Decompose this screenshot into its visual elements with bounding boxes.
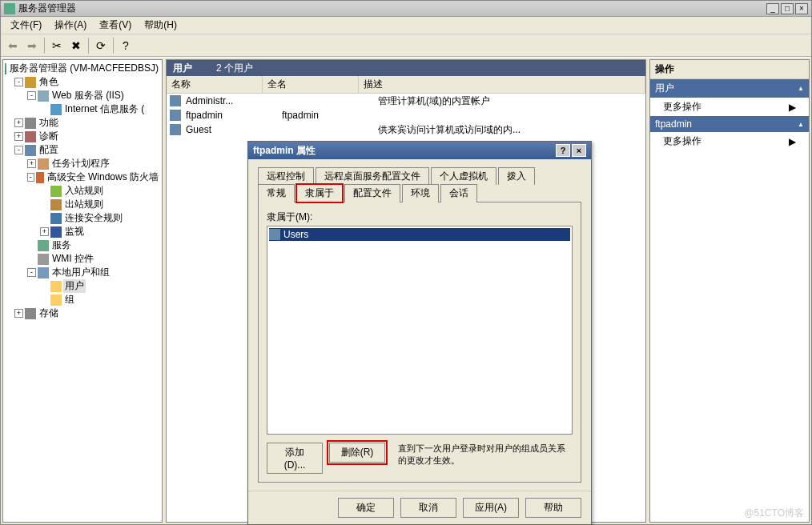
expand-icon[interactable]: + — [14, 309, 23, 318]
menu-view[interactable]: 查看(V) — [93, 17, 138, 34]
app-icon — [4, 3, 15, 14]
add-button[interactable]: 添加(D)... — [267, 443, 323, 474]
tree-storage[interactable]: +存储 — [5, 307, 160, 320]
dialog-title: ftpadmin 属性 — [253, 144, 316, 158]
dialog-titlebar: ftpadmin 属性 ? × — [248, 142, 591, 159]
tree-localug[interactable]: -本地用户和组 — [5, 266, 160, 279]
collapse-arrow-icon: ▲ — [798, 85, 804, 92]
delete-icon[interactable]: ✖ — [67, 37, 85, 54]
maximize-button[interactable]: □ — [781, 3, 794, 14]
tree-web[interactable]: -Web 服务器 (IIS) — [5, 89, 160, 102]
tab-profile[interactable]: 配置文件 — [344, 184, 400, 202]
tree-features[interactable]: +功能 — [5, 116, 160, 130]
tree-root[interactable]: 服务器管理器 (VM-MACFEEDBSJ) — [5, 62, 160, 75]
cancel-button[interactable]: 取消 — [400, 498, 456, 518]
tab-row-1: 远程控制 远程桌面服务配置文件 个人虚拟机 拨入 — [258, 167, 581, 184]
help-button[interactable]: 帮助 — [525, 498, 581, 518]
dialog-close-button[interactable]: × — [572, 144, 586, 157]
connsec-icon — [50, 213, 62, 224]
col-description[interactable]: 描述 — [359, 76, 645, 93]
dialog-help-button[interactable]: ? — [556, 144, 570, 157]
folder-icon — [50, 281, 62, 292]
tree-inbound[interactable]: 入站规则 — [5, 184, 160, 198]
tree-config[interactable]: -配置 — [5, 143, 160, 157]
apply-button[interactable]: 应用(A) — [463, 498, 519, 518]
titlebar: 服务器管理器 _ □ × — [1, 1, 811, 17]
window-title: 服务器管理器 — [18, 2, 765, 15]
ok-button[interactable]: 确定 — [338, 498, 394, 518]
group-icon — [269, 229, 280, 240]
watermark: @51CTO博客 — [744, 507, 804, 520]
chevron-right-icon: ▶ — [789, 102, 796, 113]
task-icon — [38, 158, 49, 170]
actions-ftpadmin-header[interactable]: ftpadmin▲ — [650, 116, 809, 132]
remove-button[interactable]: 删除(R) — [329, 443, 385, 463]
listbox-item-users[interactable]: Users — [269, 228, 570, 241]
menubar: 文件(F) 操作(A) 查看(V) 帮助(H) — [1, 17, 811, 34]
mid-count: 2 个用户 — [216, 62, 253, 75]
tab-personal-vm[interactable]: 个人虚拟机 — [431, 167, 496, 185]
tab-remote-control[interactable]: 远程控制 — [258, 167, 314, 185]
tree-connsec[interactable]: 连接安全规则 — [5, 211, 160, 225]
dialog-footer: 确定 取消 应用(A) 帮助 — [248, 491, 591, 524]
features-icon — [25, 118, 36, 129]
collapse-arrow-icon: ▲ — [798, 121, 804, 128]
tree-iis[interactable]: Internet 信息服务 ( — [5, 102, 160, 116]
collapse-icon[interactable]: - — [27, 268, 36, 277]
col-name[interactable]: 名称 — [167, 76, 263, 93]
forward-button: ➡ — [23, 37, 41, 54]
tree-task[interactable]: +任务计划程序 — [5, 157, 160, 170]
expand-icon[interactable]: + — [27, 159, 36, 168]
tab-rds-profile[interactable]: 远程桌面服务配置文件 — [316, 167, 429, 185]
menu-help[interactable]: 帮助(H) — [138, 17, 183, 34]
back-button: ⬅ — [4, 37, 22, 54]
tree-users[interactable]: 用户 — [5, 279, 160, 293]
minimize-button[interactable]: _ — [766, 3, 779, 14]
collapse-icon[interactable]: - — [27, 91, 36, 100]
tree-monitor[interactable]: +监视 — [5, 225, 160, 238]
menu-action[interactable]: 操作(A) — [48, 17, 93, 34]
services-icon — [38, 240, 49, 251]
tree-groups[interactable]: 组 — [5, 293, 160, 307]
actions-more-2[interactable]: 更多操作▶ — [650, 132, 809, 150]
user-icon — [170, 124, 181, 135]
tree-roles[interactable]: -角色 — [5, 75, 160, 89]
tree-firewall[interactable]: -高级安全 Windows 防火墙 — [5, 170, 160, 184]
refresh-icon[interactable]: ⟳ — [92, 37, 110, 54]
collapse-icon[interactable]: - — [14, 146, 23, 154]
tab-dialin[interactable]: 拨入 — [498, 167, 535, 185]
expand-icon[interactable]: + — [40, 227, 49, 236]
menu-file[interactable]: 文件(F) — [4, 17, 48, 34]
list-header: 名称 全名 描述 — [167, 76, 645, 94]
list-row[interactable]: ftpadminftpadmin — [167, 108, 645, 122]
tab-member-of[interactable]: 隶属于 — [296, 184, 343, 202]
tree-services[interactable]: 服务 — [5, 238, 160, 252]
tree-pane[interactable]: 服务器管理器 (VM-MACFEEDBSJ) -角色 -Web 服务器 (IIS… — [2, 59, 163, 523]
list-row[interactable]: Administr...管理计算机(域)的内置帐户 — [167, 94, 645, 108]
wmi-icon — [38, 254, 49, 265]
inbound-icon — [50, 186, 62, 197]
storage-icon — [25, 308, 36, 319]
member-of-listbox[interactable]: Users — [267, 226, 573, 435]
actions-users-header[interactable]: 用户▲ — [650, 79, 809, 98]
tab-environment[interactable]: 环境 — [402, 184, 439, 202]
chevron-right-icon: ▶ — [789, 136, 796, 147]
cut-icon[interactable]: ✂ — [48, 37, 66, 54]
expand-icon[interactable]: + — [14, 132, 23, 141]
tree-outbound[interactable]: 出站规则 — [5, 198, 160, 211]
collapse-icon[interactable]: - — [27, 173, 34, 182]
col-fullname[interactable]: 全名 — [263, 76, 359, 93]
tree-diag[interactable]: +诊断 — [5, 130, 160, 143]
expand-icon[interactable]: + — [14, 118, 23, 127]
close-button[interactable]: × — [795, 3, 808, 14]
collapse-icon[interactable]: - — [14, 78, 23, 86]
separator — [44, 38, 45, 54]
monitor-icon — [50, 226, 62, 238]
list-row[interactable]: Guest供来宾访问计算机或访问域的内... — [167, 122, 645, 137]
diag-icon — [25, 131, 36, 142]
tab-session[interactable]: 会话 — [440, 184, 477, 202]
tree-wmi[interactable]: WMI 控件 — [5, 252, 160, 266]
actions-more-1[interactable]: 更多操作▶ — [650, 98, 809, 116]
tab-general[interactable]: 常规 — [258, 184, 295, 202]
help-icon[interactable]: ? — [117, 37, 135, 54]
